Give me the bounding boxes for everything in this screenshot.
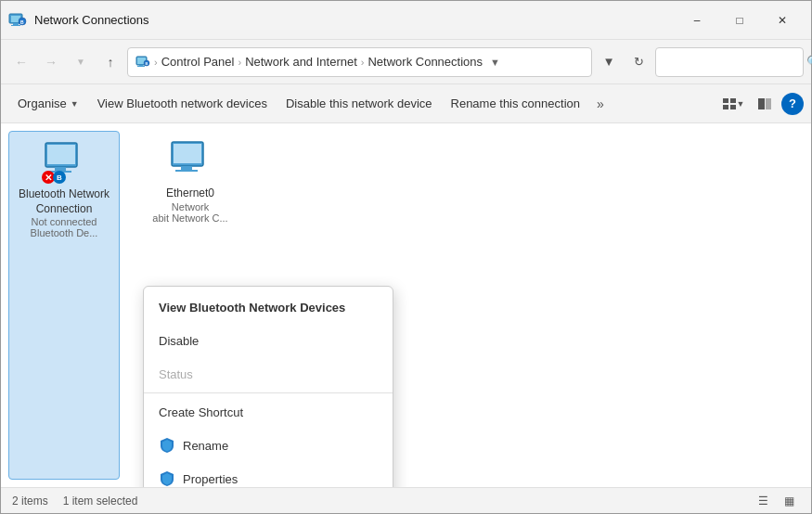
list-view-button[interactable]: ☰ — [752, 492, 774, 510]
up-button[interactable]: ↑ — [97, 49, 123, 75]
window-controls: – □ ✕ — [676, 6, 804, 35]
address-bar: ← → ▼ ↑ B › Control Panel › Network and … — [1, 40, 811, 84]
main-window: B Network Connections – □ ✕ ← → ▼ ↑ B — [0, 0, 812, 514]
svg-rect-25 — [175, 170, 198, 172]
breadcrumb: B › Control Panel › Network and Internet… — [135, 55, 500, 70]
bluetooth-connection-item[interactable]: ✕ B Bluetooth Network Connection Not con… — [8, 131, 120, 480]
forward-button[interactable]: → — [38, 49, 64, 75]
address-dropdown-button[interactable]: ▼ — [596, 49, 622, 75]
svg-rect-19 — [47, 145, 75, 164]
ctx-create-shortcut[interactable]: Create Shortcut — [144, 395, 393, 429]
properties-shield-icon — [159, 470, 175, 487]
maximize-button[interactable]: □ — [718, 6, 761, 35]
back-button[interactable]: ← — [8, 49, 34, 75]
svg-rect-23 — [174, 144, 201, 163]
ethernet-sublabel: Network — [172, 201, 209, 212]
view-options-button[interactable]: ▼ — [718, 91, 748, 117]
ethernet-sublabel2: abit Network C... — [152, 212, 227, 224]
toolbar: Organise ▼ View Bluetooth network device… — [1, 84, 811, 123]
bluetooth-connection-icon: ✕ B — [42, 139, 86, 184]
organise-chevron-icon: ▼ — [71, 99, 79, 109]
svg-rect-16 — [758, 98, 765, 109]
rename-shield-icon — [159, 437, 175, 454]
details-pane-button[interactable] — [750, 91, 780, 117]
address-box[interactable]: B › Control Panel › Network and Internet… — [127, 47, 592, 77]
ethernet-label: Ethernet0 — [166, 186, 214, 201]
svg-text:B: B — [20, 19, 24, 25]
crumb-network-connections[interactable]: Network Connections — [367, 55, 483, 69]
svg-rect-12 — [723, 98, 728, 103]
svg-rect-8 — [139, 65, 143, 66]
app-icon: B — [8, 11, 27, 30]
close-button[interactable]: ✕ — [761, 6, 804, 35]
bluetooth-badge: B — [53, 171, 66, 184]
disable-device-button[interactable]: Disable this network device — [277, 89, 442, 119]
svg-rect-3 — [11, 25, 20, 26]
context-menu-separator — [144, 392, 393, 393]
context-menu: View Bluetooth Network Devices Disable S… — [143, 286, 393, 487]
crumb-control-panel[interactable]: Control Panel — [161, 55, 235, 69]
search-box[interactable]: 🔍 — [655, 47, 804, 77]
bluetooth-sublabel2: Bluetooth De... — [31, 227, 98, 238]
bluetooth-label: Bluetooth Network Connection — [17, 187, 111, 216]
search-input[interactable] — [664, 56, 803, 69]
svg-text:B: B — [146, 61, 148, 66]
organise-button[interactable]: Organise ▼ — [8, 89, 88, 119]
svg-rect-9 — [137, 66, 145, 67]
ethernet-connection-icon — [168, 138, 213, 183]
minimize-button[interactable]: – — [676, 6, 718, 35]
refresh-button[interactable]: ↻ — [625, 49, 651, 75]
ctx-rename[interactable]: Rename — [144, 429, 393, 462]
help-button[interactable]: ? — [781, 93, 804, 115]
recent-button[interactable]: ▼ — [68, 49, 94, 75]
bluetooth-sublabel: Not connected — [32, 216, 97, 227]
title-bar: B Network Connections – □ ✕ — [1, 1, 811, 40]
items-count: 2 items — [12, 495, 48, 508]
svg-rect-2 — [13, 23, 19, 25]
ctx-view-bluetooth[interactable]: View Bluetooth Network Devices — [144, 290, 393, 324]
window-title: Network Connections — [34, 13, 676, 27]
svg-rect-24 — [181, 166, 192, 170]
svg-rect-14 — [723, 105, 728, 109]
status-view-controls: ☰ ▦ — [752, 492, 800, 510]
crumb-dropdown-icon[interactable]: ▼ — [490, 57, 500, 68]
crumb-network-internet[interactable]: Network and Internet — [245, 55, 357, 69]
svg-rect-15 — [730, 105, 736, 109]
more-options-button[interactable]: » — [589, 89, 612, 119]
svg-rect-17 — [766, 98, 771, 109]
search-icon: 🔍 — [806, 55, 812, 69]
ctx-properties[interactable]: Properties — [144, 462, 393, 487]
view-dropdown-icon: ▼ — [737, 99, 745, 109]
rename-connection-button[interactable]: Rename this connection — [442, 89, 589, 119]
status-bar: 2 items 1 item selected ☰ ▦ — [1, 487, 811, 513]
selected-count: 1 item selected — [63, 495, 138, 508]
content-area: ✕ B Bluetooth Network Connection Not con… — [1, 123, 811, 487]
ctx-disable[interactable]: Disable — [144, 324, 393, 357]
grid-view-button[interactable]: ▦ — [778, 492, 800, 510]
ctx-status: Status — [144, 357, 393, 391]
view-bluetooth-button[interactable]: View Bluetooth network devices — [88, 89, 277, 119]
toolbar-view-controls: ▼ ? — [718, 91, 804, 117]
svg-rect-13 — [730, 98, 736, 103]
